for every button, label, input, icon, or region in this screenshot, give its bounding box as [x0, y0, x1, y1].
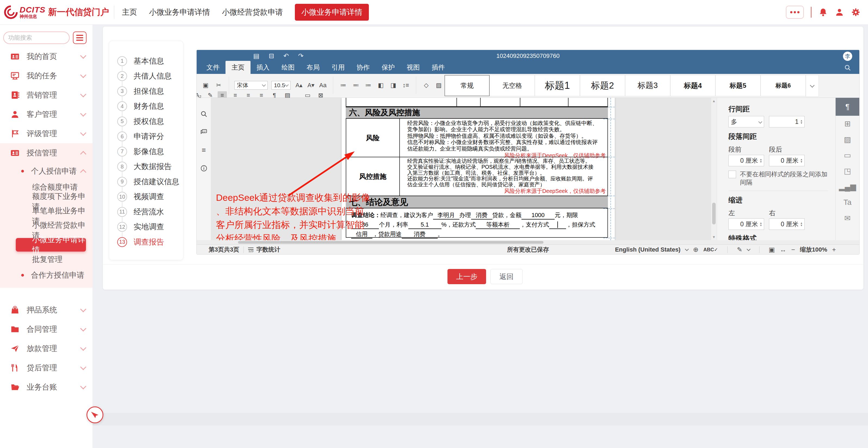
nav-tab[interactable]: 小微业务申请详情	[149, 7, 210, 18]
sidebar-item[interactable]: 业务台账	[0, 377, 92, 397]
info-icon[interactable]	[200, 165, 208, 172]
multilevel-list-icon[interactable]: ≔	[364, 81, 373, 90]
space-before-input[interactable]: 0 厘米▴▾	[728, 155, 764, 166]
outdent-icon[interactable]: ◧	[376, 81, 385, 90]
sidebar-item[interactable]: 评级管理	[0, 124, 92, 143]
step-item[interactable]: 5 授权信息	[109, 114, 183, 129]
editor-menu-tab[interactable]: 保护	[376, 61, 401, 74]
editor-menu-tab[interactable]: 插件	[426, 61, 451, 74]
line-spacing-value-input[interactable]: 1▴▾	[769, 116, 805, 128]
editor-menu-tab[interactable]: 插入	[250, 61, 276, 74]
editor-menu-tab[interactable]: 视图	[401, 61, 426, 74]
collapse-menu-button[interactable]	[73, 32, 87, 44]
step-item[interactable]: 2 共借人信息	[109, 69, 183, 84]
sidebar-item[interactable]: 客户管理	[0, 105, 92, 124]
nav-tab[interactable]: 主页	[122, 7, 137, 18]
editor-menu-tab[interactable]: 绘图	[276, 61, 301, 74]
table-panel-icon[interactable]: ⊞	[836, 116, 860, 132]
step-item[interactable]: 3 担保信息	[109, 84, 183, 99]
zoom-in-icon[interactable]: +	[832, 246, 836, 253]
more-menu-button[interactable]	[786, 6, 804, 19]
previous-step-button[interactable]: 上一步	[447, 269, 486, 284]
fit-page-icon[interactable]: ▣	[769, 246, 775, 253]
sidebar-item[interactable]: 营销管理	[0, 85, 92, 105]
scroll-up-icon[interactable]: ▲	[712, 99, 716, 103]
same-style-checkbox[interactable]	[728, 171, 736, 178]
fit-width-icon[interactable]: ↔	[780, 246, 786, 253]
style-preset[interactable]: 标题4	[670, 75, 715, 96]
font-name-select[interactable]: 宋体	[235, 81, 268, 90]
step-item[interactable]: 6 申请评分	[109, 129, 183, 144]
paragraph-panel-icon[interactable]: ¶	[836, 98, 860, 116]
scrollbar-thumb[interactable]	[238, 241, 544, 244]
nav-tab[interactable]: 小微业务申请详情	[295, 4, 369, 21]
editor-menu-tab[interactable]: 文件	[200, 61, 225, 74]
style-preset[interactable]: 标题1	[535, 75, 580, 96]
image-panel-icon[interactable]: ▨	[836, 132, 860, 147]
style-preset[interactable]: 标题6	[761, 75, 806, 96]
sidebar-item-personal-credit[interactable]: 个人授信申请	[0, 163, 92, 180]
zoom-level[interactable]: 缩放100%	[800, 246, 827, 254]
style-preset[interactable]: 标题5	[715, 75, 761, 96]
language-selector[interactable]: English (United States)	[615, 246, 681, 253]
envelope-panel-icon[interactable]: ✉	[836, 210, 860, 226]
sidebar-item[interactable]: 贷后管理	[0, 358, 92, 377]
floating-send-button[interactable]	[87, 407, 103, 423]
editor-menu-tab[interactable]: 协作	[351, 61, 376, 74]
vertical-scrollbar[interactable]: ▲ ▼	[711, 98, 717, 240]
sidebar-item[interactable]: 押品系统	[0, 300, 92, 319]
sidebar-item-credit-mgmt[interactable]: 授信管理	[0, 143, 92, 163]
spellcheck-icon[interactable]: ABC✓	[704, 247, 718, 253]
step-item[interactable]: 9 授信建议信息	[109, 174, 183, 189]
chart-panel-icon[interactable]: ▂▄▆	[836, 179, 860, 195]
zoom-out-icon[interactable]: −	[791, 246, 795, 253]
user-icon[interactable]	[835, 8, 844, 17]
indent-right-input[interactable]: 0 厘米▴▾	[769, 218, 805, 230]
comments-icon[interactable]	[200, 128, 208, 136]
line-spacing-select[interactable]: 多	[728, 116, 764, 128]
shrink-font-icon[interactable]: A▾	[306, 81, 315, 90]
step-item[interactable]: 12 实地调查	[109, 219, 183, 235]
editor-avatar[interactable]: 李	[843, 51, 852, 61]
sidebar-item[interactable]: 我的首页	[0, 47, 92, 66]
globe-icon[interactable]: ⊕	[693, 246, 699, 253]
style-preset[interactable]: 常规	[444, 75, 490, 96]
conclusion-row[interactable]: 调查结论：经调查，建议为客户李明月办理消费贷款，金额1000元，期限36个月，利…	[346, 208, 608, 238]
clear-format-icon[interactable]: ◇	[422, 81, 431, 90]
style-preset[interactable]: 标题2	[580, 75, 625, 96]
sidebar-leaf-item[interactable]: 小微业务申请详情	[16, 238, 86, 251]
bullet-list-icon[interactable]: ≔	[339, 81, 348, 90]
step-item[interactable]: 13 调查报告	[109, 235, 183, 250]
sidebar-item[interactable]: 合同管理	[0, 319, 92, 339]
back-button[interactable]: 返回	[491, 269, 523, 284]
step-item[interactable]: 8 大数据报告	[109, 159, 183, 174]
editor-search-icon[interactable]	[844, 64, 851, 71]
shapes-panel-icon[interactable]: ◳	[836, 163, 860, 179]
step-item[interactable]: 11 经营流水	[109, 204, 183, 219]
document-page[interactable]: 六、风险及风控措施 风险 经营风险：小微企业市场竞争力弱，易受行业波动（如政策变…	[342, 98, 615, 240]
find-icon[interactable]	[200, 110, 208, 117]
page-panel-icon[interactable]: ▭	[836, 147, 860, 163]
numbered-list-icon[interactable]: ≕	[351, 81, 361, 90]
font-size-select[interactable]: 10.5	[272, 81, 290, 90]
sidebar-item[interactable]: 我的任务	[0, 66, 92, 85]
indent-icon[interactable]: ◨	[389, 81, 398, 90]
grow-font-icon[interactable]: A▴	[294, 81, 304, 90]
shading-icon[interactable]: ▨	[434, 81, 443, 90]
editor-menu-tab[interactable]: 主页	[225, 61, 250, 74]
step-item[interactable]: 1 基本信息	[109, 54, 183, 69]
gear-icon[interactable]	[851, 8, 860, 17]
function-search[interactable]	[3, 32, 70, 44]
style-preset[interactable]: 标题3	[625, 75, 670, 96]
outline-icon[interactable]: ≡	[202, 146, 206, 154]
sidebar-item-partner-credit[interactable]: 合作方授信申请	[0, 267, 92, 284]
style-gallery-more[interactable]	[806, 75, 819, 97]
step-item[interactable]: 7 影像信息	[109, 144, 183, 159]
scroll-down-icon[interactable]: ▼	[712, 235, 716, 239]
editor-menu-tab[interactable]: 布局	[301, 61, 326, 74]
edit-mode-icon[interactable]: ✎	[737, 246, 742, 253]
space-after-input[interactable]: 0 厘米▴▾	[769, 155, 805, 166]
style-preset[interactable]: 无空格	[490, 75, 535, 96]
line-spacing-icon[interactable]: ↕≡	[401, 81, 410, 90]
scrollbar-thumb[interactable]	[712, 203, 716, 225]
